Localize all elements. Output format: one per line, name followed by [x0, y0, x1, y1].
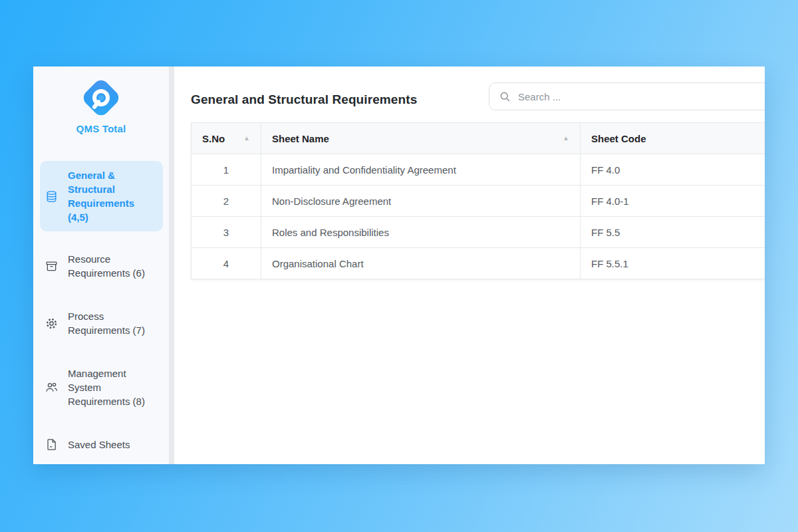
cell-sheet-code: FF 5.5.1 — [581, 248, 765, 279]
app-logo-text: QMS Total — [33, 123, 169, 134]
sort-asc-icon[interactable]: ▲ — [563, 135, 569, 142]
qms-logo-icon — [80, 77, 122, 118]
sidebar-nav: General & Structural Requirements (4,5) … — [33, 161, 169, 452]
page-title: General and Structural Requirements — [191, 92, 417, 107]
cell-sno: 1 — [192, 154, 261, 186]
cell-sno: 4 — [192, 248, 261, 279]
search-icon — [499, 91, 511, 102]
column-header-sheet-code[interactable]: Sheet Code — [581, 123, 765, 154]
sidebar-item-label: Saved Sheets — [68, 438, 158, 452]
column-header-sheet-name[interactable]: Sheet Name ▲ — [261, 123, 581, 154]
main-content: General and Structural Requirements S.No… — [174, 66, 765, 464]
cell-sno: 2 — [192, 186, 261, 217]
app-logo: QMS Total — [33, 83, 169, 134]
sidebar-item-saved-sheets[interactable]: Saved Sheets — [40, 438, 163, 452]
search-input[interactable] — [518, 91, 765, 102]
table-row[interactable]: 4 Organisational Chart FF 5.5.1 — [192, 248, 765, 279]
table-row[interactable]: 3 Roles and Responsibilities FF 5.5 — [192, 217, 765, 248]
sidebar-item-resource-requirements[interactable]: Resource Requirements (6) — [40, 252, 163, 280]
search-box[interactable] — [489, 82, 765, 110]
file-icon — [45, 438, 58, 451]
cell-sheet-name: Organisational Chart — [261, 248, 581, 279]
column-header-sno[interactable]: S.No ▲ — [192, 123, 261, 154]
gear-icon — [45, 317, 58, 330]
table-header-row: S.No ▲ Sheet Name ▲ Sheet Code — [192, 123, 765, 154]
table-row[interactable]: 2 Non-Disclosure Agreement FF 4.0-1 — [192, 186, 765, 217]
cell-sheet-code: FF 5.5 — [581, 217, 765, 248]
sidebar-item-process-requirements[interactable]: Process Requirements (7) — [40, 309, 163, 337]
sidebar-item-label: Process Requirements (7) — [68, 309, 158, 337]
cell-sno: 3 — [192, 217, 261, 248]
sidebar-item-general-structural-requirements[interactable]: General & Structural Requirements (4,5) — [40, 161, 163, 231]
sidebar-item-label: Management System Requirements (8) — [68, 366, 158, 408]
sidebar-item-label: General & Structural Requirements (4,5) — [68, 168, 158, 224]
cell-sheet-name: Non-Disclosure Agreement — [261, 186, 581, 217]
sidebar: QMS Total General & Structural Requireme… — [33, 66, 174, 464]
sheets-table: S.No ▲ Sheet Name ▲ Sheet Code — [191, 122, 765, 279]
cell-sheet-code: FF 4.0 — [581, 154, 765, 186]
sort-asc-icon[interactable]: ▲ — [243, 135, 250, 142]
app-window: QMS Total General & Structural Requireme… — [33, 66, 765, 464]
cell-sheet-name: Impartiality and Confidentiality Agreeme… — [261, 154, 581, 186]
cell-sheet-code: FF 4.0-1 — [581, 186, 765, 217]
table-row[interactable]: 1 Impartiality and Confidentiality Agree… — [192, 154, 765, 186]
archive-icon — [45, 260, 58, 273]
sidebar-item-label: Resource Requirements (6) — [68, 252, 158, 280]
people-icon — [45, 381, 58, 394]
cell-sheet-name: Roles and Responsibilities — [261, 217, 581, 248]
database-icon — [45, 190, 58, 203]
sidebar-item-management-system-requirements[interactable]: Management System Requirements (8) — [40, 366, 163, 408]
